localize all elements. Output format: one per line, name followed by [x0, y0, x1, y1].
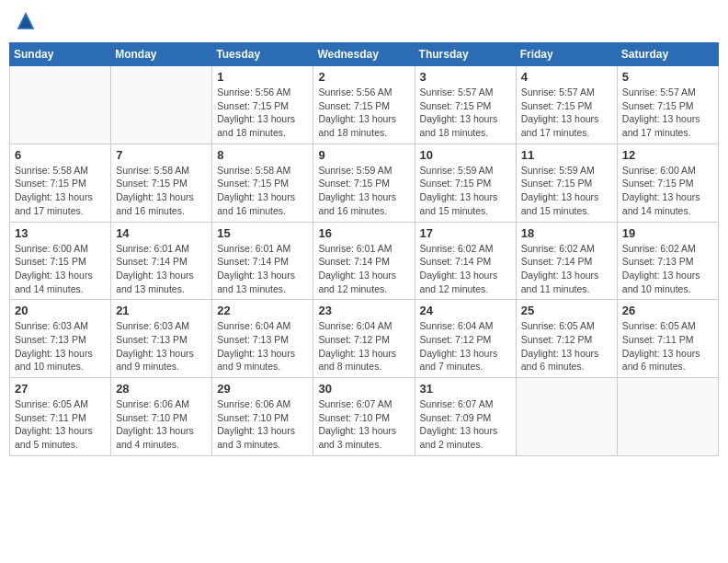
calendar-cell: 20Sunrise: 6:03 AMSunset: 7:13 PMDayligh…: [10, 300, 111, 378]
day-info: Sunrise: 6:02 AMSunset: 7:14 PMDaylight:…: [521, 242, 612, 296]
day-info: Sunrise: 5:59 AMSunset: 7:15 PMDaylight:…: [420, 164, 511, 218]
day-number: 26: [622, 304, 713, 317]
day-info: Sunrise: 6:01 AMSunset: 7:14 PMDaylight:…: [318, 242, 409, 296]
day-number: 12: [622, 148, 713, 162]
day-number: 2: [318, 70, 409, 84]
calendar-week-row: 1Sunrise: 5:56 AMSunset: 7:15 PMDaylight…: [10, 66, 719, 144]
day-number: 19: [622, 226, 713, 240]
day-info: Sunrise: 6:04 AMSunset: 7:12 PMDaylight:…: [318, 319, 409, 373]
day-number: 17: [420, 226, 511, 240]
day-number: 11: [521, 148, 612, 162]
calendar-cell: [111, 66, 212, 144]
day-number: 9: [318, 148, 409, 162]
day-info: Sunrise: 5:56 AMSunset: 7:15 PMDaylight:…: [217, 86, 308, 140]
day-info: Sunrise: 5:58 AMSunset: 7:15 PMDaylight:…: [116, 164, 207, 218]
day-info: Sunrise: 5:56 AMSunset: 7:15 PMDaylight:…: [318, 86, 409, 140]
calendar-cell: 29Sunrise: 6:06 AMSunset: 7:10 PMDayligh…: [212, 378, 313, 456]
calendar-cell: 3Sunrise: 5:57 AMSunset: 7:15 PMDaylight…: [415, 66, 516, 144]
day-number: 21: [116, 304, 207, 317]
calendar-cell: 27Sunrise: 6:05 AMSunset: 7:11 PMDayligh…: [10, 378, 111, 456]
calendar-cell: [617, 378, 718, 456]
day-number: 29: [217, 382, 308, 396]
day-number: 5: [622, 70, 713, 84]
calendar-cell: 19Sunrise: 6:02 AMSunset: 7:13 PMDayligh…: [617, 222, 718, 300]
calendar-cell: [516, 378, 617, 456]
calendar-cell: 30Sunrise: 6:07 AMSunset: 7:10 PMDayligh…: [313, 378, 415, 456]
day-info: Sunrise: 6:05 AMSunset: 7:12 PMDaylight:…: [521, 319, 612, 373]
calendar-cell: 23Sunrise: 6:04 AMSunset: 7:12 PMDayligh…: [313, 300, 415, 378]
day-info: Sunrise: 6:06 AMSunset: 7:10 PMDaylight:…: [217, 397, 308, 452]
day-header-monday: Monday: [111, 43, 212, 66]
day-info: Sunrise: 6:02 AMSunset: 7:13 PMDaylight:…: [622, 242, 713, 296]
day-info: Sunrise: 5:59 AMSunset: 7:15 PMDaylight:…: [521, 164, 612, 218]
day-info: Sunrise: 6:04 AMSunset: 7:12 PMDaylight:…: [420, 319, 511, 373]
calendar-cell: 15Sunrise: 6:01 AMSunset: 7:14 PMDayligh…: [212, 222, 313, 300]
calendar-week-row: 20Sunrise: 6:03 AMSunset: 7:13 PMDayligh…: [10, 300, 719, 378]
calendar-cell: 7Sunrise: 5:58 AMSunset: 7:15 PMDaylight…: [111, 144, 212, 222]
day-info: Sunrise: 5:58 AMSunset: 7:15 PMDaylight:…: [15, 164, 106, 218]
day-number: 10: [420, 148, 511, 162]
day-number: 24: [420, 304, 511, 317]
calendar-week-row: 27Sunrise: 6:05 AMSunset: 7:11 PMDayligh…: [10, 378, 719, 456]
day-info: Sunrise: 5:57 AMSunset: 7:15 PMDaylight:…: [521, 86, 612, 140]
day-info: Sunrise: 6:03 AMSunset: 7:13 PMDaylight:…: [15, 319, 106, 373]
day-info: Sunrise: 6:01 AMSunset: 7:14 PMDaylight:…: [116, 242, 207, 296]
day-info: Sunrise: 5:57 AMSunset: 7:15 PMDaylight:…: [420, 86, 511, 140]
calendar-table: SundayMondayTuesdayWednesdayThursdayFrid…: [9, 42, 719, 456]
calendar-cell: 14Sunrise: 6:01 AMSunset: 7:14 PMDayligh…: [111, 222, 212, 300]
calendar-cell: 4Sunrise: 5:57 AMSunset: 7:15 PMDaylight…: [516, 66, 617, 144]
day-info: Sunrise: 6:03 AMSunset: 7:13 PMDaylight:…: [116, 319, 207, 373]
calendar-cell: 6Sunrise: 5:58 AMSunset: 7:15 PMDaylight…: [10, 144, 111, 222]
day-header-saturday: Saturday: [617, 43, 718, 66]
day-info: Sunrise: 6:00 AMSunset: 7:15 PMDaylight:…: [622, 164, 713, 218]
calendar-cell: 31Sunrise: 6:07 AMSunset: 7:09 PMDayligh…: [415, 378, 516, 456]
day-number: 25: [521, 304, 612, 317]
calendar-cell: 2Sunrise: 5:56 AMSunset: 7:15 PMDaylight…: [313, 66, 415, 144]
day-number: 22: [217, 304, 308, 317]
day-number: 14: [116, 226, 207, 240]
day-info: Sunrise: 5:59 AMSunset: 7:15 PMDaylight:…: [318, 164, 409, 218]
day-info: Sunrise: 6:01 AMSunset: 7:14 PMDaylight:…: [217, 242, 308, 296]
calendar-week-row: 6Sunrise: 5:58 AMSunset: 7:15 PMDaylight…: [10, 144, 719, 222]
logo: [13, 9, 40, 35]
day-number: 13: [15, 226, 106, 240]
day-info: Sunrise: 6:00 AMSunset: 7:15 PMDaylight:…: [15, 242, 106, 296]
day-info: Sunrise: 6:06 AMSunset: 7:10 PMDaylight:…: [116, 397, 207, 452]
logo-icon: [13, 9, 39, 35]
calendar-cell: 22Sunrise: 6:04 AMSunset: 7:13 PMDayligh…: [212, 300, 313, 378]
calendar-cell: 10Sunrise: 5:59 AMSunset: 7:15 PMDayligh…: [415, 144, 516, 222]
day-number: 20: [15, 304, 106, 317]
calendar-cell: 5Sunrise: 5:57 AMSunset: 7:15 PMDaylight…: [617, 66, 718, 144]
day-header-sunday: Sunday: [10, 43, 111, 66]
day-info: Sunrise: 6:04 AMSunset: 7:13 PMDaylight:…: [217, 319, 308, 373]
calendar-cell: 1Sunrise: 5:56 AMSunset: 7:15 PMDaylight…: [212, 66, 313, 144]
day-info: Sunrise: 6:07 AMSunset: 7:10 PMDaylight:…: [318, 397, 409, 452]
calendar-cell: 9Sunrise: 5:59 AMSunset: 7:15 PMDaylight…: [313, 144, 415, 222]
calendar-cell: 28Sunrise: 6:06 AMSunset: 7:10 PMDayligh…: [111, 378, 212, 456]
day-number: 3: [420, 70, 511, 84]
day-number: 16: [318, 226, 409, 240]
calendar-cell: 24Sunrise: 6:04 AMSunset: 7:12 PMDayligh…: [415, 300, 516, 378]
day-number: 7: [116, 148, 207, 162]
calendar-cell: 16Sunrise: 6:01 AMSunset: 7:14 PMDayligh…: [313, 222, 415, 300]
calendar-cell: 25Sunrise: 6:05 AMSunset: 7:12 PMDayligh…: [516, 300, 617, 378]
day-header-tuesday: Tuesday: [212, 43, 313, 66]
calendar-cell: 11Sunrise: 5:59 AMSunset: 7:15 PMDayligh…: [516, 144, 617, 222]
calendar-cell: 18Sunrise: 6:02 AMSunset: 7:14 PMDayligh…: [516, 222, 617, 300]
header: [9, 9, 719, 35]
calendar-cell: 13Sunrise: 6:00 AMSunset: 7:15 PMDayligh…: [10, 222, 111, 300]
day-info: Sunrise: 6:07 AMSunset: 7:09 PMDaylight:…: [420, 397, 511, 452]
day-number: 30: [318, 382, 409, 396]
calendar-header-row: SundayMondayTuesdayWednesdayThursdayFrid…: [10, 43, 719, 66]
day-number: 18: [521, 226, 612, 240]
calendar-cell: 12Sunrise: 6:00 AMSunset: 7:15 PMDayligh…: [617, 144, 718, 222]
calendar-cell: 21Sunrise: 6:03 AMSunset: 7:13 PMDayligh…: [111, 300, 212, 378]
calendar-cell: 26Sunrise: 6:05 AMSunset: 7:11 PMDayligh…: [617, 300, 718, 378]
day-header-wednesday: Wednesday: [313, 43, 415, 66]
calendar-week-row: 13Sunrise: 6:00 AMSunset: 7:15 PMDayligh…: [10, 222, 719, 300]
day-number: 28: [116, 382, 207, 396]
day-number: 31: [420, 382, 511, 396]
day-number: 15: [217, 226, 308, 240]
day-info: Sunrise: 6:02 AMSunset: 7:14 PMDaylight:…: [420, 242, 511, 296]
day-number: 4: [521, 70, 612, 84]
